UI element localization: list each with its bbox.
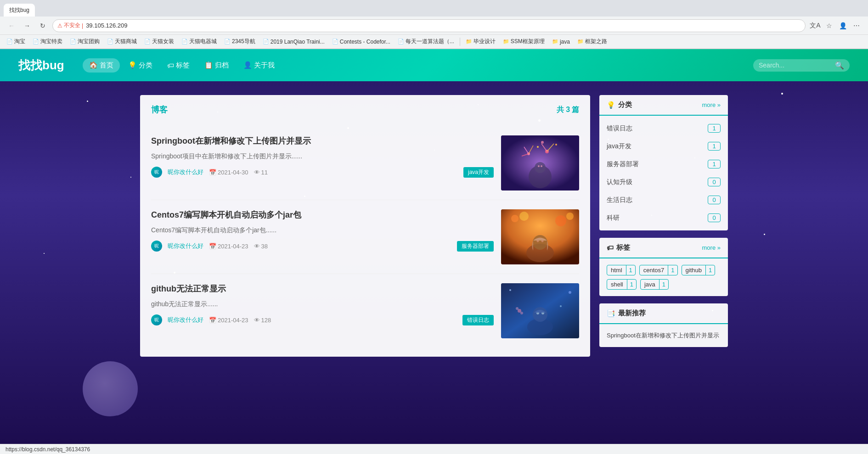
favorites-button[interactable]: ☆ <box>823 20 835 32</box>
tag-html[interactable]: html 1 <box>607 265 636 275</box>
bookmark-label: 淘宝 <box>14 38 25 45</box>
site-header: 找找bug 🏠 首页 💡 分类 🏷 标签 📋 归档 👤 关于我 <box>0 49 868 81</box>
post-title-2[interactable]: Centos7编写脚本开机自动启动多个jar包 <box>151 209 494 220</box>
bookmark-taobao-tuangou[interactable]: 📄 淘宝团购 <box>67 37 102 46</box>
svg-point-33 <box>516 307 519 310</box>
bookmark-icon: 📄 <box>107 39 113 45</box>
security-warning: ⚠ 不安全 | <box>57 22 83 29</box>
bookmark-tianmao[interactable]: 📄 天猫商城 <box>104 37 140 46</box>
post-excerpt-2: Centos7编写脚本开机自动启动多个jar包...... <box>151 225 494 235</box>
post-title-3[interactable]: github无法正常显示 <box>151 283 494 294</box>
tag-count: 1 <box>705 265 715 275</box>
bookmark-label: 天猫女装 <box>152 38 174 45</box>
post-avatar-1: 昵 <box>151 167 162 178</box>
browser-toolbar: ← → ↻ ⚠ 不安全 | 39.105.126.209 文A ☆ 👤 ⋯ <box>0 17 868 35</box>
post-views-3: 👁 128 <box>254 317 271 324</box>
refresh-button[interactable]: ↻ <box>37 20 49 32</box>
recent-item-1[interactable]: Springboot在新增和修改下上传图片并显示 <box>607 329 721 342</box>
category-item-keyan[interactable]: 科研 0 <box>599 209 728 227</box>
more-button[interactable]: ⋯ <box>851 20 862 32</box>
tag-github[interactable]: github 1 <box>682 265 716 275</box>
svg-point-19 <box>566 213 574 220</box>
nav-tags[interactable]: 🏷 标签 <box>161 58 196 73</box>
tag-shell[interactable]: shell 1 <box>607 279 637 290</box>
tags-more[interactable]: more » <box>702 244 721 251</box>
tags-header: 🏷 标签 more » <box>599 238 728 258</box>
bookmark-2345[interactable]: 📄 2345导航 <box>221 37 258 46</box>
category-item-shenghuo[interactable]: 生活日志 0 <box>599 191 728 209</box>
bookmark-taobao-tejia[interactable]: 📄 淘宝特卖 <box>30 37 65 46</box>
category-name: 认知升级 <box>607 178 632 186</box>
bookmark-icon: 📄 <box>6 39 13 45</box>
bookmark-codeforces[interactable]: 📄 Contests - Codefor... <box>329 38 393 46</box>
recent-icon: 📑 <box>607 309 615 318</box>
bookmark-tianmao-dianqi[interactable]: 📄 天猫电器城 <box>179 37 220 46</box>
bookmark-folder-ssm[interactable]: 📁 SSM框架原理 <box>500 37 547 46</box>
tags-section: html 1 centos7 1 github 1 shell <box>599 258 728 296</box>
bookmark-folder-java[interactable]: 📁 java <box>549 38 573 46</box>
post-tag-3[interactable]: 错误日志 <box>462 315 494 325</box>
category-name: java开发 <box>607 142 631 151</box>
category-item-cuowu[interactable]: 错误日志 1 <box>599 119 728 137</box>
categories-more[interactable]: more » <box>702 101 721 108</box>
category-item-java[interactable]: java开发 1 <box>599 137 728 155</box>
category-count: 1 <box>708 142 721 151</box>
content-wrapper: 博客 共 3 篇 Springboot在新增和修改下上传图片并显示 Spring… <box>113 81 755 370</box>
category-item-renzhi[interactable]: 认知升级 0 <box>599 173 728 191</box>
nav-archive[interactable]: 📋 归档 <box>198 58 235 73</box>
tag-name: java <box>641 280 659 289</box>
post-content-1: Springboot在新增和修改下上传图片并显示 Springboot项目中在新… <box>151 135 494 191</box>
category-icon: 💡 <box>128 61 137 69</box>
tag-centos7[interactable]: centos7 1 <box>639 265 678 275</box>
tag-count: 1 <box>627 280 636 289</box>
svg-point-26 <box>569 291 571 294</box>
calendar-icon: 📅 <box>209 169 216 176</box>
folder-icon: 📁 <box>503 39 509 45</box>
post-author-1[interactable]: 昵你改什么好 <box>168 168 203 176</box>
post-tag-1[interactable]: java开发 <box>463 167 494 178</box>
back-button[interactable]: ← <box>6 20 17 32</box>
forward-button[interactable]: → <box>21 20 33 32</box>
site-logo[interactable]: 找找bug <box>18 57 64 73</box>
post-meta-2: 昵 昵你改什么好 📅 2021-04-23 👁 38 服务器部署 <box>151 241 494 252</box>
profile-button[interactable]: 👤 <box>837 20 849 32</box>
search-box[interactable]: 🔍 <box>753 59 850 72</box>
browser-chrome: 找找bug ← → ↻ ⚠ 不安全 | 39.105.126.209 文A ☆ … <box>0 0 868 49</box>
bookmark-tianmao-nv[interactable]: 📄 天猫女装 <box>141 37 177 46</box>
svg-point-21 <box>533 235 547 250</box>
post-tag-2[interactable]: 服务器部署 <box>457 241 494 252</box>
bookmark-label: 框架之路 <box>585 38 607 45</box>
bookmark-folder-kuangjia[interactable]: 📁 框架之路 <box>575 37 610 46</box>
bookmark-label: 天猫电器城 <box>189 38 217 45</box>
bookmark-icon: 📄 <box>33 39 39 45</box>
active-tab[interactable]: 找找bug <box>4 4 35 17</box>
search-input[interactable] <box>759 62 832 69</box>
post-author-3[interactable]: 昵你改什么好 <box>168 316 203 324</box>
svg-point-32 <box>518 309 521 313</box>
nav-home[interactable]: 🏠 首页 <box>83 58 120 73</box>
categories-header: 💡 分类 more » <box>599 95 728 116</box>
svg-point-29 <box>533 307 547 322</box>
nav-about[interactable]: 👤 关于我 <box>237 58 281 73</box>
home-icon: 🏠 <box>89 61 98 69</box>
tag-java[interactable]: java 1 <box>640 279 669 290</box>
bookmark-folder-biye[interactable]: 📁 毕业设计 <box>463 37 498 46</box>
post-author-2[interactable]: 昵你改什么好 <box>168 242 203 250</box>
bookmark-taobao[interactable]: 📄 淘宝 <box>4 37 28 46</box>
svg-point-12 <box>535 162 546 173</box>
tag-count: 1 <box>626 265 635 275</box>
eye-icon: 👁 <box>254 169 260 176</box>
nav-categories[interactable]: 💡 分类 <box>122 58 159 73</box>
tag-count: 1 <box>668 265 677 275</box>
svg-point-18 <box>555 215 566 226</box>
bookmark-label: 天猫商城 <box>115 38 137 45</box>
category-item-server[interactable]: 服务器部署 1 <box>599 155 728 173</box>
post-title-1[interactable]: Springboot在新增和修改下上传图片并显示 <box>151 135 494 146</box>
search-icon[interactable]: 🔍 <box>835 61 844 70</box>
translate-button[interactable]: 文A <box>809 20 821 32</box>
category-count: 1 <box>708 124 721 133</box>
bookmark-algo[interactable]: 📄 每天一道算法题（... <box>395 37 457 46</box>
address-bar[interactable]: ⚠ 不安全 | 39.105.126.209 <box>52 19 806 32</box>
bookmark-label: 淘宝团购 <box>78 38 100 45</box>
bookmark-lanqiao[interactable]: 📄 2019 LanQiao Traini... <box>260 38 327 46</box>
